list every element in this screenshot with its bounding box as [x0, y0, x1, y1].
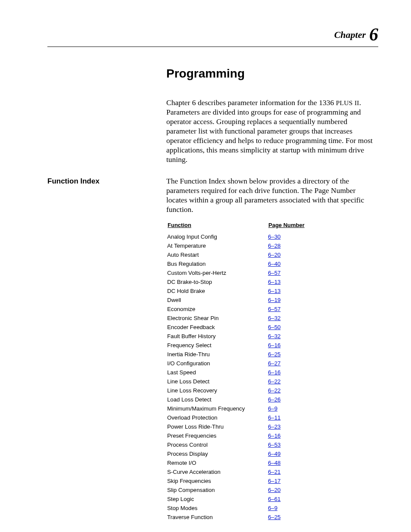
page-link[interactable]: 6–22	[268, 387, 280, 394]
page-link[interactable]: 6–20	[268, 487, 280, 493]
page-link[interactable]: 6–26	[268, 396, 280, 403]
function-name: Frequency Select	[167, 342, 267, 350]
function-name: DC Brake-to-Stop	[167, 278, 267, 286]
function-name: Dwell	[167, 296, 267, 305]
function-name: At Temperature	[167, 242, 267, 250]
table-row: Load Loss Detect6–26	[167, 396, 305, 404]
table-row: Encoder Feedback6–50	[167, 324, 305, 332]
page: Chapter 6 Programming Chapter 6 describe…	[0, 0, 411, 532]
table-row: Power Loss Ride-Thru6–23	[167, 423, 305, 431]
page-link[interactable]: 6–57	[268, 270, 280, 276]
table-row: Skip Frequencies6–17	[167, 477, 305, 485]
function-name: Bus Regulation	[167, 260, 267, 268]
table-row: Process Control6–53	[167, 441, 305, 449]
page-title: Programming	[166, 67, 378, 81]
table-row: Frequency Select6–16	[167, 342, 305, 350]
page-number-cell: 6–22	[268, 378, 305, 386]
function-name: Encoder Feedback	[167, 324, 267, 332]
page-link[interactable]: 6–25	[268, 514, 280, 520]
function-name: Preset Frequencies	[167, 432, 267, 440]
page-link[interactable]: 6–16	[268, 369, 280, 376]
page-link[interactable]: 6–16	[268, 342, 280, 348]
page-link[interactable]: 6–20	[268, 252, 280, 258]
function-name: Analog Input Config	[167, 233, 267, 241]
page-number-cell: 6–16	[268, 369, 305, 377]
page-link[interactable]: 6–30	[268, 233, 280, 240]
page-number-cell: 6–9	[268, 504, 305, 513]
chapter-word: Chapter	[334, 29, 366, 40]
table-row: DC Hold Brake6–13	[167, 287, 305, 296]
page-link[interactable]: 6–61	[268, 496, 280, 502]
page-link[interactable]: 6–32	[268, 333, 280, 339]
table-header-page: Page Number	[268, 221, 305, 232]
chapter-header: Chapter 6	[0, 24, 411, 45]
intro-text: Chapter 6 describes parameter informatio…	[166, 98, 378, 164]
function-name: Process Control	[167, 441, 267, 449]
page-link[interactable]: 6–49	[268, 451, 280, 457]
page-number-cell: 6–32	[268, 333, 305, 341]
page-link[interactable]: 6–16	[268, 432, 280, 439]
table-row: Stop Modes6–9	[167, 504, 305, 513]
function-name: Stop Modes	[167, 504, 267, 513]
table-row: Overload Protection6–11	[167, 414, 305, 422]
table-row: Traverse Function6–25	[167, 513, 305, 522]
page-link[interactable]: 6–40	[268, 261, 280, 267]
function-name: Economize	[167, 305, 267, 314]
intro-left-empty	[47, 98, 166, 164]
page-number-cell: 6–28	[268, 242, 305, 250]
page-link[interactable]: 6–9	[268, 505, 277, 511]
table-row: Slip Compensation6–20	[167, 486, 305, 495]
table-row: Line Loss Detect6–22	[167, 378, 305, 386]
page-number-cell: 6–40	[268, 260, 305, 268]
page-number-cell: 6–30	[268, 233, 305, 241]
page-link[interactable]: 6–53	[268, 442, 280, 448]
page-number-cell: 6–22	[268, 387, 305, 395]
page-link[interactable]: 6–28	[268, 243, 280, 249]
page-number-cell: 6–61	[268, 495, 305, 504]
page-link[interactable]: 6–22	[268, 378, 280, 385]
page-link[interactable]: 6–57	[268, 306, 280, 312]
table-row: S-Curve Acceleration6–21	[167, 468, 305, 476]
function-name: Inertia Ride-Thru	[167, 351, 267, 359]
page-link[interactable]: 6–9	[268, 405, 277, 412]
function-name: Minimum/Maximum Frequency	[167, 405, 267, 413]
function-name: Step Logic	[167, 495, 267, 504]
page-link[interactable]: 6–11	[268, 414, 280, 421]
table-row: Remote I/O6–48	[167, 459, 305, 467]
function-name: Overload Protection	[167, 414, 267, 422]
table-row: At Temperature6–28	[167, 242, 305, 250]
page-link[interactable]: 6–21	[268, 469, 280, 475]
page-link[interactable]: 6–13	[268, 279, 280, 285]
page-number-cell: 6–26	[268, 396, 305, 404]
page-link[interactable]: 6–48	[268, 460, 280, 466]
page-number-cell: 6–20	[268, 486, 305, 495]
function-index-body: The Function Index shown below provides …	[166, 177, 364, 214]
function-name: Remote I/O	[167, 459, 267, 467]
page-link[interactable]: 6–23	[268, 423, 280, 430]
function-name: Power Loss Ride-Thru	[167, 423, 267, 431]
table-row: Preset Frequencies6–16	[167, 432, 305, 440]
table-row: Step Logic6–61	[167, 495, 305, 504]
function-name: Fault Buffer History	[167, 333, 267, 341]
table-row: Bus Regulation6–40	[167, 260, 305, 268]
function-name: Traverse Function	[167, 513, 267, 522]
page-link[interactable]: 6–32	[268, 315, 280, 321]
intro-block: Chapter 6 describes parameter informatio…	[47, 98, 378, 164]
page-link[interactable]: 6–13	[268, 288, 280, 294]
function-name: Electronic Shear Pin	[167, 314, 267, 323]
table-row: Auto Restart6–20	[167, 251, 305, 259]
function-name: Load Loss Detect	[167, 396, 267, 404]
page-link[interactable]: 6–27	[268, 360, 280, 367]
table-row: I/O Configuration6–27	[167, 360, 305, 368]
page-link[interactable]: 6–50	[268, 324, 280, 330]
chapter-number: 6	[369, 25, 378, 44]
content: Programming Chapter 6 describes paramete…	[47, 67, 378, 532]
function-name: Custom Volts-per-Hertz	[167, 269, 267, 277]
table-row: Inertia Ride-Thru6–25	[167, 351, 305, 359]
function-name: Last Speed	[167, 369, 267, 377]
page-link[interactable]: 6–17	[268, 478, 280, 484]
page-link[interactable]: 6–25	[268, 351, 280, 358]
function-name: S-Curve Acceleration	[167, 468, 267, 476]
page-link[interactable]: 6–19	[268, 297, 280, 303]
page-number-cell: 6–50	[268, 324, 305, 332]
